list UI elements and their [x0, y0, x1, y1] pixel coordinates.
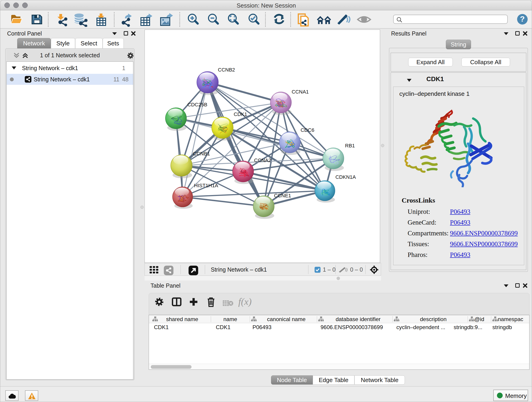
svg-text:CCNB2: CCNB2	[218, 67, 235, 73]
svg-text:HIST1H1A: HIST1H1A	[194, 183, 218, 188]
svg-text:CDC25B: CDC25B	[187, 102, 207, 108]
svg-text:CCNA2: CCNA2	[254, 157, 271, 163]
svg-text:CDC6: CDC6	[301, 127, 314, 133]
svg-text:CCNA1: CCNA1	[292, 89, 309, 95]
svg-text:CDK1: CDK1	[234, 111, 247, 117]
svg-text:CCNB1: CCNB1	[193, 151, 210, 157]
svg-text:?: ?	[520, 14, 525, 23]
svg-text:CDKN1A: CDKN1A	[336, 174, 356, 180]
svg-text:CCNE1: CCNE1	[274, 193, 291, 198]
svg-text:RB1: RB1	[345, 143, 355, 148]
